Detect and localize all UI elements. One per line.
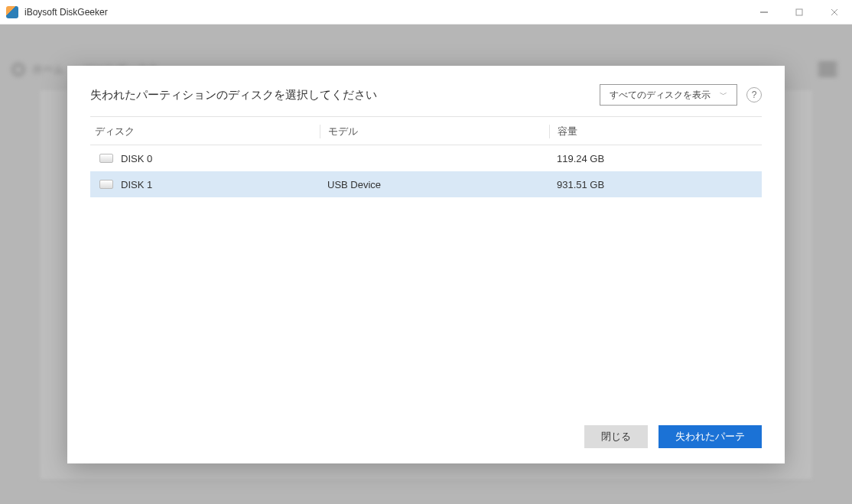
modal-header: 失われたパーティションのディスクを選択してください すべてのディスクを表示 ﹀ …	[90, 84, 762, 117]
disk-cell: DISK 1	[90, 179, 320, 190]
close-button[interactable]	[817, 0, 852, 24]
capacity-cell: 931.51 GB	[549, 179, 762, 190]
disk-cell: DISK 0	[90, 153, 320, 164]
table-header: ディスク モデル 容量	[90, 117, 762, 145]
maximize-button[interactable]	[782, 0, 817, 24]
close-icon	[831, 8, 838, 16]
disk-name: DISK 0	[121, 153, 152, 164]
table-body: DISK 0119.24 GBDISK 1USB Device931.51 GB	[90, 145, 762, 197]
help-button[interactable]: ?	[746, 87, 762, 102]
minimize-button[interactable]	[746, 0, 782, 24]
disk-filter-select[interactable]: すべてのディスクを表示 ﹀	[600, 84, 737, 106]
disk-icon	[99, 180, 113, 189]
modal-heading: 失われたパーティションのディスクを選択してください	[90, 88, 590, 102]
disk-icon	[99, 154, 113, 163]
capacity-cell: 119.24 GB	[549, 153, 762, 164]
column-capacity: 容量	[549, 125, 762, 138]
titlebar: iBoysoft DiskGeeker	[0, 0, 852, 24]
model-cell: USB Device	[320, 179, 549, 190]
minimize-icon	[760, 8, 768, 16]
filter-label: すべてのディスクを表示	[610, 89, 711, 102]
app-icon	[6, 6, 18, 18]
column-model: モデル	[320, 125, 549, 138]
maximize-icon	[795, 8, 803, 16]
modal-overlay: 失われたパーティションのディスクを選択してください すべてのディスクを表示 ﹀ …	[0, 24, 852, 504]
table-row[interactable]: DISK 0119.24 GB	[90, 145, 762, 171]
select-disk-modal: 失われたパーティションのディスクを選択してください すべてのディスクを表示 ﹀ …	[67, 66, 785, 463]
window-controls	[746, 0, 852, 24]
chevron-down-icon: ﹀	[720, 89, 727, 100]
window-title: iBoysoft DiskGeeker	[24, 7, 108, 18]
table-row[interactable]: DISK 1USB Device931.51 GB	[90, 171, 762, 197]
modal-footer: 閉じる 失われたパーテ	[90, 413, 762, 448]
close-modal-button[interactable]: 閉じる	[584, 425, 648, 448]
column-disk: ディスク	[90, 125, 320, 138]
recover-partition-button[interactable]: 失われたパーテ	[659, 425, 762, 448]
disk-name: DISK 1	[121, 179, 152, 190]
svg-rect-1	[796, 9, 802, 15]
help-icon: ?	[752, 89, 757, 100]
